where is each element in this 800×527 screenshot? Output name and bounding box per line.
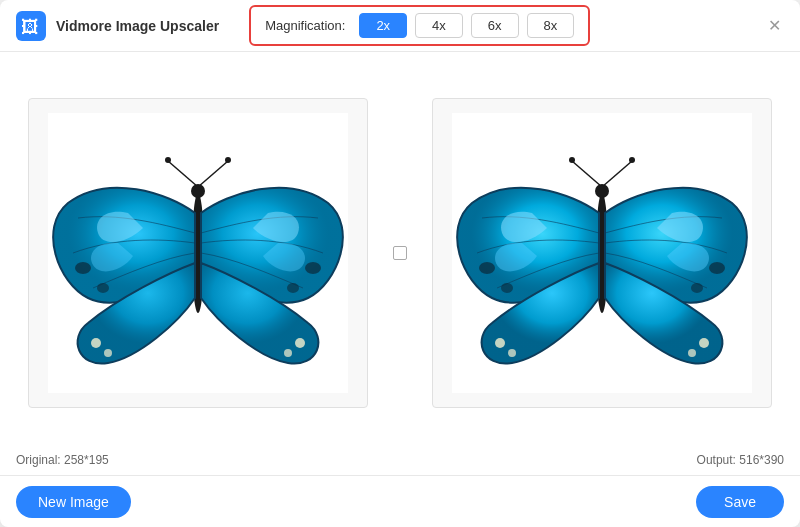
mag-button-2x[interactable]: 2x: [359, 13, 407, 38]
svg-point-8: [225, 157, 231, 163]
original-butterfly-image: [48, 113, 348, 393]
svg-point-14: [104, 349, 112, 357]
svg-text:🖼: 🖼: [21, 17, 39, 37]
svg-point-24: [479, 262, 495, 274]
svg-point-30: [699, 338, 709, 348]
svg-point-23: [629, 157, 635, 163]
svg-point-13: [91, 338, 101, 348]
title-bar: 🖼 Vidmore Image Upscaler Magnification: …: [0, 0, 800, 52]
content-area: [0, 52, 800, 445]
svg-point-16: [284, 349, 292, 357]
magnification-label: Magnification:: [265, 18, 345, 33]
app-window: 🖼 Vidmore Image Upscaler Magnification: …: [0, 0, 800, 527]
svg-point-28: [495, 338, 505, 348]
svg-point-10: [97, 283, 109, 293]
app-logo-icon: 🖼: [16, 11, 46, 41]
output-butterfly-image: [452, 113, 752, 393]
svg-point-11: [305, 262, 321, 274]
svg-point-27: [691, 283, 703, 293]
close-button[interactable]: ✕: [764, 16, 784, 36]
output-image-frame: [432, 98, 772, 408]
compare-checkbox[interactable]: [393, 246, 407, 260]
svg-point-25: [501, 283, 513, 293]
info-bar: Original: 258*195 Output: 516*390: [0, 445, 800, 475]
footer-bar: New Image Save: [0, 475, 800, 527]
divider-area: [380, 72, 420, 433]
svg-point-12: [287, 283, 299, 293]
mag-button-4x[interactable]: 4x: [415, 13, 463, 38]
svg-point-21: [569, 157, 575, 163]
save-button[interactable]: Save: [696, 486, 784, 518]
original-image-panel: [16, 72, 380, 433]
svg-point-9: [75, 262, 91, 274]
mag-button-8x[interactable]: 8x: [527, 13, 575, 38]
mag-button-6x[interactable]: 6x: [471, 13, 519, 38]
original-image-frame: [28, 98, 368, 408]
svg-point-29: [508, 349, 516, 357]
app-title: Vidmore Image Upscaler: [56, 18, 219, 34]
output-image-panel: [420, 72, 784, 433]
svg-point-6: [165, 157, 171, 163]
svg-point-26: [709, 262, 725, 274]
svg-point-15: [295, 338, 305, 348]
svg-point-31: [688, 349, 696, 357]
output-size-text: Output: 516*390: [697, 453, 784, 467]
new-image-button[interactable]: New Image: [16, 486, 131, 518]
original-size-text: Original: 258*195: [16, 453, 109, 467]
magnification-area: Magnification: 2x 4x 6x 8x: [249, 5, 590, 46]
